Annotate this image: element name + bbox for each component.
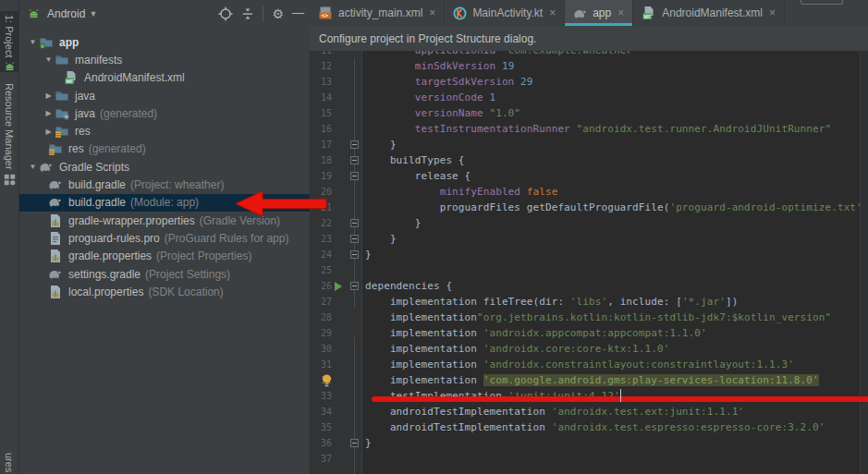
fold-end-icon[interactable] xyxy=(350,439,359,447)
run-icon[interactable] xyxy=(335,282,342,291)
code-line-32[interactable]: implementation 'com.google.android.gms:p… xyxy=(365,372,819,388)
fold-end-icon[interactable] xyxy=(350,219,359,227)
hide-panel-icon[interactable]: — xyxy=(292,6,304,19)
code-token: minSdkVersion xyxy=(365,60,502,72)
code-line-29[interactable]: implementation 'androidx.appcompat:appco… xyxy=(365,325,707,341)
fold-start-icon[interactable] xyxy=(350,156,359,164)
fold-end-icon[interactable] xyxy=(350,140,359,149)
notification-bar[interactable]: Configure project in Project Structure d… xyxy=(310,26,868,52)
code-line-12[interactable]: minSdkVersion 19 xyxy=(365,58,514,74)
code-token: minifyEnabled xyxy=(365,186,527,198)
layout-xml-icon: <> xyxy=(318,6,333,20)
code-line-23[interactable]: } xyxy=(365,231,397,247)
line-number: 23 xyxy=(310,231,332,247)
code-line-30[interactable]: implementation 'androidx.core:core-ktx:1… xyxy=(365,341,669,357)
tree-item-label: gradle-wrapper.properties xyxy=(68,214,195,227)
line-number: 37 xyxy=(310,451,332,467)
tree-item-gradle-scripts[interactable]: ▼Gradle Scripts xyxy=(19,158,310,176)
code-line-35[interactable]: androidTestImplementation 'androidx.test… xyxy=(365,419,825,435)
code-token: '*.jar' xyxy=(682,296,726,308)
code-token: targetSdkVersion xyxy=(365,76,520,88)
expand-arrow-icon[interactable]: ▼ xyxy=(27,38,39,46)
gear-icon[interactable]: ⚙ xyxy=(272,6,284,21)
tree-item-java[interactable]: ▶java xyxy=(19,87,310,104)
code-token: 'androidx.test.ext:junit:1.1.1' xyxy=(552,406,744,418)
tab-activity-main-xml[interactable]: <>activity_main.xml× xyxy=(310,0,444,26)
tool-button-resource-manager[interactable]: Resource Manager xyxy=(0,79,18,186)
tool-button-partial-label: ures xyxy=(4,449,15,474)
code-line-27[interactable]: implementation fileTree(dir: 'libs', inc… xyxy=(365,294,738,310)
fold-end-icon[interactable] xyxy=(350,250,359,259)
tab-app[interactable]: app× xyxy=(565,0,632,26)
code-line-13[interactable]: targetSdkVersion 29 xyxy=(365,74,533,90)
tree-item-label: proguard-rules.pro xyxy=(68,232,160,245)
code-line-24[interactable]: } xyxy=(365,247,372,262)
locate-file-icon[interactable] xyxy=(218,6,233,21)
text-file-icon xyxy=(48,231,63,246)
code-line-28[interactable]: implementation"org.jetbrains.kotlin:kotl… xyxy=(365,310,831,325)
close-icon[interactable]: × xyxy=(429,6,435,19)
folder-res-icon xyxy=(48,141,63,156)
close-icon[interactable]: × xyxy=(617,6,624,19)
line-number: 31 xyxy=(310,357,332,372)
tree-item-proguard-rules-pro-proguard-rules-for-app[interactable]: proguard-rules.pro(ProGuard Rules for ap… xyxy=(19,229,310,247)
floating-toolbar-fragment xyxy=(801,0,843,5)
tree-item-settings-gradle-project-settings[interactable]: settings.gradle(Project Settings) xyxy=(19,265,310,283)
line-number: 11 xyxy=(310,51,332,58)
project-view-selector[interactable]: Android xyxy=(47,7,85,20)
collapse-arrow-icon[interactable]: ▶ xyxy=(43,128,55,136)
fold-start-icon[interactable] xyxy=(350,172,359,180)
collapse-all-icon[interactable] xyxy=(241,6,254,21)
folder-generated-icon: ✳ xyxy=(55,106,69,121)
code-pane[interactable]: applicationId "com.example.wheather" min… xyxy=(362,51,861,474)
kotlin-icon xyxy=(453,6,467,20)
code-line-22[interactable]: } xyxy=(365,215,422,231)
expand-arrow-icon[interactable]: ▼ xyxy=(27,163,39,171)
lightbulb-icon[interactable] xyxy=(321,373,333,387)
android-head-icon xyxy=(28,8,40,19)
code-line-31[interactable]: implementation 'androidx.constraintlayou… xyxy=(365,357,794,372)
tree-item-local-properties-sdk-location[interactable]: local.properties(SDK Location) xyxy=(19,283,310,300)
close-icon[interactable]: × xyxy=(549,6,556,19)
code-line-15[interactable]: versionName "1.0" xyxy=(365,105,520,121)
tab-mainactivity-kt[interactable]: MainActivity.kt× xyxy=(445,0,564,26)
chevron-down-icon[interactable]: ▼ xyxy=(89,9,97,18)
code-line-18[interactable]: buildTypes { xyxy=(365,152,465,168)
code-line-36[interactable]: } xyxy=(365,435,372,451)
code-token: ]) xyxy=(726,296,738,308)
code-line-34[interactable]: androidTestImplementation 'androidx.test… xyxy=(365,404,744,419)
tree-item-res-generated[interactable]: res(generated) xyxy=(19,140,310,158)
tree-item-manifests[interactable]: ▼manifests xyxy=(19,51,310,68)
code-line-11[interactable]: applicationId "com.example.wheather" xyxy=(365,51,639,58)
code-editor[interactable]: 1112131415161718192021222324252627282930… xyxy=(310,51,868,474)
code-token: } xyxy=(365,249,372,261)
tree-item-java-generated[interactable]: ▶✳java(generated) xyxy=(19,104,310,122)
code-token: "org.jetbrains.kotlin:kotlin-stdlib-jdk7… xyxy=(477,311,831,323)
fold-start-icon[interactable] xyxy=(350,282,359,290)
code-line-20[interactable]: minifyEnabled false xyxy=(365,184,557,200)
tree-item-gradle-properties-project-properties[interactable]: gradle.properties(Project Properties) xyxy=(19,248,310,265)
tool-button-project[interactable]: 1: Project xyxy=(0,11,18,72)
tab-androidmanifest-xml[interactable]: MFAndroidManifest.xml× xyxy=(633,0,784,26)
collapse-arrow-icon[interactable]: ▶ xyxy=(43,91,55,100)
project-tree: ▼app▼manifestsMFAndroidManifest.xml▶java… xyxy=(19,33,310,300)
tree-item-res[interactable]: ▶res xyxy=(19,122,310,140)
close-icon[interactable]: × xyxy=(769,6,776,19)
tree-item-androidmanifest-xml[interactable]: MFAndroidManifest.xml xyxy=(19,69,310,87)
code-line-21[interactable]: proguardFiles getDefaultProguardFile('pr… xyxy=(365,200,861,215)
code-line-26[interactable]: dependencies { xyxy=(365,278,452,294)
expand-arrow-icon[interactable]: ▼ xyxy=(43,55,55,64)
tab-separator xyxy=(784,0,785,26)
editor-scrollbar[interactable] xyxy=(860,51,868,474)
tool-button-partial[interactable]: ures xyxy=(0,449,18,474)
code-line-17[interactable]: } xyxy=(365,137,397,152)
collapse-arrow-icon[interactable]: ▶ xyxy=(43,109,55,117)
editor-gutter: 1112131415161718192021222324252627282930… xyxy=(310,51,362,474)
code-line-16[interactable]: testInstrumentationRunner "androidx.test… xyxy=(365,121,831,137)
code-line-19[interactable]: release { xyxy=(365,168,471,184)
code-token: 'libs' xyxy=(570,296,607,308)
code-line-14[interactable]: versionCode 1 xyxy=(365,90,495,105)
line-number: 17 xyxy=(310,137,332,152)
fold-end-icon[interactable] xyxy=(350,235,359,243)
tree-item-app[interactable]: ▼app xyxy=(19,33,310,51)
